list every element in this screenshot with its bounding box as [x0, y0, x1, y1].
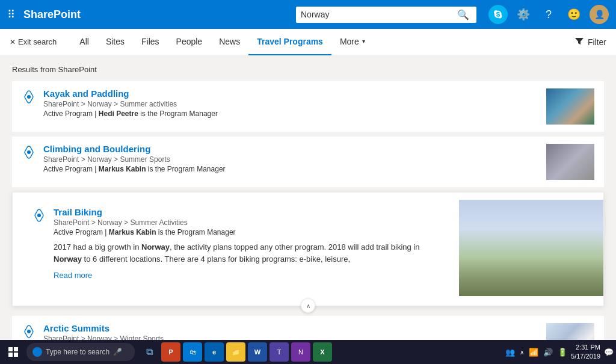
- taskbar-search-box[interactable]: Type here to search 🎤: [26, 343, 135, 361]
- taskbar-app-excel[interactable]: X: [313, 342, 332, 362]
- result-item-trail: Trail Biking SharePoint > Norway > Summe…: [12, 192, 604, 306]
- result-title-climbing[interactable]: Climbing and Bouldering: [43, 144, 539, 154]
- cortana-icon: [32, 347, 42, 357]
- read-more-link[interactable]: Read more: [32, 271, 449, 280]
- global-search-box[interactable]: 🔍: [296, 7, 476, 23]
- taskbar-app-word[interactable]: W: [248, 342, 267, 362]
- system-tray-expand[interactable]: ∧: [520, 349, 524, 356]
- result-meta-trail: Active Program | Markus Kabin is the Pro…: [54, 228, 449, 236]
- tab-people[interactable]: People: [168, 29, 211, 55]
- result-icon-trail: [32, 208, 46, 223]
- system-tray-icons: 👥 ∧ 📶 🔊 🔋: [505, 348, 567, 357]
- feedback-icon[interactable]: 🙂: [564, 5, 584, 24]
- result-item-top-arctic: Arctic Summits SharePoint > Norway > Win…: [22, 323, 594, 340]
- tab-more[interactable]: More ▾: [331, 29, 374, 55]
- thumbnail-climbing: [546, 144, 594, 180]
- notifications-icon[interactable]: 💬: [604, 348, 614, 357]
- result-title-trail[interactable]: Trail Biking: [54, 207, 449, 217]
- result-path-trail: SharePoint > Norway > Summer Activities: [54, 218, 449, 227]
- result-info-kayak: Kayak and Paddling SharePoint > Norway >…: [43, 88, 539, 118]
- system-clock[interactable]: 2:31 PM 5/17/2019: [571, 343, 600, 362]
- taskbar-app-store[interactable]: 🛍: [183, 342, 202, 362]
- exit-search-button[interactable]: ✕ Exit search: [10, 37, 57, 46]
- thumbnail-kayak: [546, 88, 594, 125]
- navbar: ⠿ SharePoint 🔍 ⚙️ ? 🙂 👤: [0, 0, 616, 29]
- taskbar-search-placeholder: Type here to search: [46, 348, 109, 356]
- result-path-climbing: SharePoint > Norway > Summer Sports: [43, 155, 539, 164]
- taskbar-right: 👥 ∧ 📶 🔊 🔋 2:31 PM 5/17/2019 💬: [505, 343, 614, 362]
- svg-rect-5: [8, 347, 13, 351]
- svg-point-1: [27, 150, 31, 154]
- result-title-arctic[interactable]: Arctic Summits: [43, 323, 539, 333]
- clock-time: 2:31 PM: [571, 343, 600, 352]
- clock-date: 5/17/2019: [571, 352, 600, 361]
- svg-point-0: [27, 95, 31, 99]
- result-path-arctic: SharePoint > Norway > Winter Sports: [43, 335, 539, 340]
- settings-icon[interactable]: ⚙️: [514, 5, 533, 24]
- tab-travel-programs[interactable]: Travel Programs: [248, 29, 331, 55]
- result-description-trail: 2017 had a big growth in Norway, the act…: [32, 241, 449, 265]
- waffle-icon[interactable]: ⠿: [7, 8, 15, 21]
- help-icon[interactable]: ?: [539, 5, 558, 24]
- more-label: More: [340, 37, 359, 46]
- main-content: Results from SharePoint Kayak and Paddli…: [0, 55, 616, 340]
- svg-rect-8: [14, 353, 18, 357]
- close-icon: ✕: [10, 38, 16, 46]
- taskbar-app-edge[interactable]: e: [205, 342, 224, 362]
- tab-all[interactable]: All: [71, 29, 97, 55]
- thumbnail-trail: [459, 200, 603, 296]
- avatar[interactable]: 👤: [590, 5, 609, 24]
- svg-rect-6: [14, 347, 18, 351]
- taskbar-app-ppt[interactable]: P: [161, 342, 180, 362]
- result-info-climbing: Climbing and Bouldering SharePoint > Nor…: [43, 144, 539, 173]
- windows-start-button[interactable]: [2, 341, 24, 363]
- filter-label: Filter: [588, 37, 606, 47]
- tab-files[interactable]: Files: [133, 29, 168, 55]
- result-item-arctic: Arctic Summits SharePoint > Norway > Win…: [12, 316, 604, 340]
- search-icon[interactable]: 🔍: [457, 9, 469, 20]
- collapse-button[interactable]: ∧: [301, 298, 315, 313]
- svg-rect-7: [8, 353, 13, 357]
- results-section-title: Results from SharePoint: [12, 65, 604, 74]
- result-meta-kayak: Active Program | Hedi Peetre is the Prog…: [43, 110, 539, 118]
- svg-point-3: [27, 330, 31, 333]
- result-title-kayak[interactable]: Kayak and Paddling: [43, 88, 539, 99]
- result-item-top-trail: Trail Biking SharePoint > Norway > Summe…: [32, 207, 449, 236]
- taskbar: Type here to search 🎤 ⧉ P 🛍 e 📁 W T N X: [0, 340, 616, 364]
- filter-button[interactable]: Filter: [574, 36, 606, 48]
- chevron-down-icon: ▾: [362, 38, 365, 45]
- battery-icon[interactable]: 🔋: [558, 348, 567, 357]
- result-info-trail: Trail Biking SharePoint > Norway > Summe…: [54, 207, 449, 236]
- navbar-icons: ⚙️ ? 🙂 👤: [488, 5, 609, 24]
- result-item-top-climbing: Climbing and Bouldering SharePoint > Nor…: [22, 144, 594, 180]
- result-icon-kayak: [22, 90, 36, 104]
- result-icon-arctic: [22, 324, 36, 339]
- brand-logo: SharePoint: [23, 8, 81, 21]
- skype-icon[interactable]: [488, 5, 508, 24]
- exit-search-label: Exit search: [18, 37, 57, 46]
- taskbar-app-teams[interactable]: T: [270, 342, 289, 362]
- result-icon-climbing: [22, 145, 36, 159]
- search-tab-bar: ✕ Exit search All Sites Files People New…: [0, 29, 616, 55]
- tab-sites[interactable]: Sites: [97, 29, 133, 55]
- taskbar-app-explorer[interactable]: 📁: [226, 342, 245, 362]
- search-input[interactable]: [301, 10, 457, 19]
- microphone-icon[interactable]: 🎤: [113, 348, 122, 356]
- result-item-top-kayak: Kayak and Paddling SharePoint > Norway >…: [22, 88, 594, 125]
- people-icon[interactable]: 👥: [505, 348, 515, 357]
- result-path-kayak: SharePoint > Norway > Summer activities: [43, 100, 539, 108]
- taskbar-app-onenote[interactable]: N: [291, 342, 310, 362]
- result-meta-climbing: Active Program | Markus Kabin is the Pro…: [43, 165, 539, 173]
- filter-icon: [574, 36, 584, 48]
- volume-icon[interactable]: 🔊: [543, 348, 553, 357]
- task-view-button[interactable]: ⧉: [140, 342, 159, 362]
- tab-news[interactable]: News: [211, 29, 248, 55]
- svg-point-2: [37, 214, 41, 217]
- result-info-arctic: Arctic Summits SharePoint > Norway > Win…: [43, 323, 539, 340]
- thumbnail-arctic: [546, 323, 594, 340]
- taskbar-apps: ⧉ P 🛍 e 📁 W T N X: [140, 342, 332, 362]
- result-item-climbing: Climbing and Bouldering SharePoint > Nor…: [12, 137, 604, 187]
- search-tabs: All Sites Files People News Travel Progr…: [71, 29, 574, 55]
- result-item-kayak: Kayak and Paddling SharePoint > Norway >…: [12, 81, 604, 132]
- network-icon[interactable]: 📶: [529, 348, 538, 357]
